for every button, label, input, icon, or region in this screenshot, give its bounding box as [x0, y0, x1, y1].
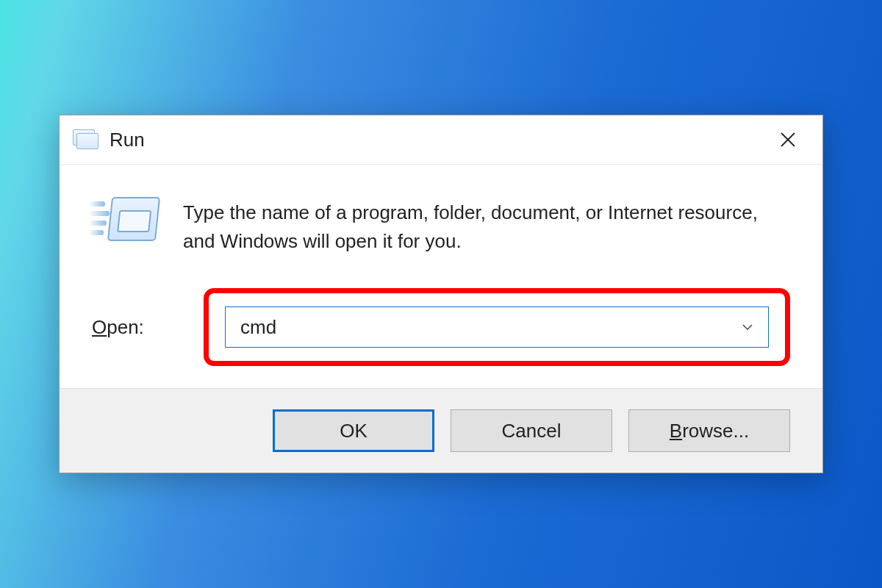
- run-titlebar-icon: [73, 129, 99, 150]
- open-input-value[interactable]: cmd: [240, 316, 737, 339]
- run-dialog-icon: [92, 194, 158, 253]
- open-combobox[interactable]: cmd: [225, 306, 769, 348]
- close-button[interactable]: [771, 123, 805, 157]
- open-row: Open: cmd: [60, 288, 822, 388]
- run-dialog: Run Type the name of a program, folder, …: [59, 115, 823, 473]
- open-label: Open:: [92, 316, 204, 339]
- description-text: Type the name of a program, folder, docu…: [183, 194, 790, 256]
- cancel-button[interactable]: Cancel: [451, 409, 612, 452]
- dropdown-button[interactable]: [737, 317, 758, 337]
- ok-button[interactable]: OK: [273, 409, 434, 452]
- highlight-annotation: cmd: [204, 288, 790, 366]
- close-icon: [779, 131, 797, 148]
- titlebar: Run: [60, 115, 822, 165]
- chevron-down-icon: [740, 320, 755, 334]
- window-title: Run: [110, 129, 145, 151]
- browse-button[interactable]: Browse...: [628, 409, 790, 452]
- button-bar: OK Cancel Browse...: [60, 388, 822, 473]
- dialog-body: Type the name of a program, folder, docu…: [60, 165, 822, 263]
